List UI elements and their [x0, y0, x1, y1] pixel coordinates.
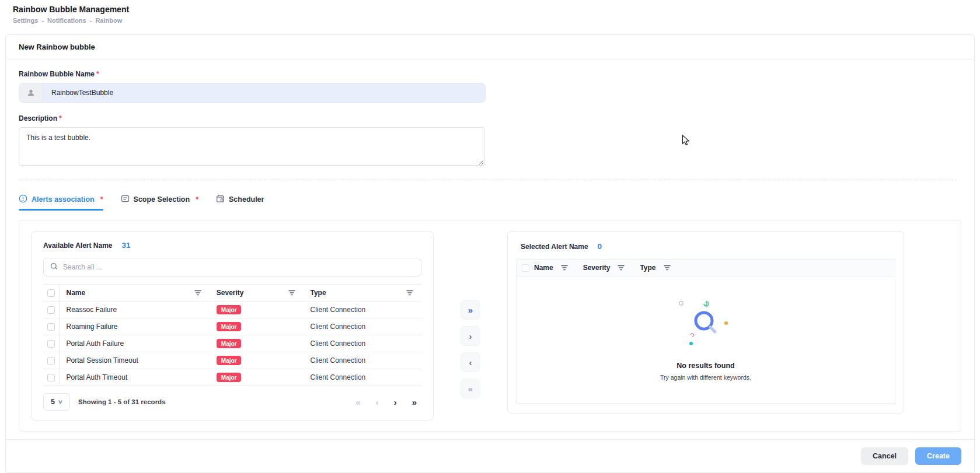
create-button[interactable]: Create	[915, 447, 961, 465]
table-row: Portal Auth Failure Major Client Connect…	[43, 335, 421, 352]
filter-icon[interactable]	[288, 290, 295, 296]
column-header-type: Type	[640, 264, 655, 272]
description-textarea[interactable]: This is a test bubble.	[19, 127, 484, 166]
bubble-name-input[interactable]	[43, 83, 485, 102]
calendar-icon	[216, 194, 225, 205]
alerts-association-panel: Available Alert Name 31 Name Severity	[19, 220, 961, 432]
scope-list-icon	[121, 194, 130, 205]
alert-name: Portal Session Timeout	[59, 352, 210, 369]
page-size-select[interactable]: 5 ∨	[43, 393, 70, 411]
tab-scheduler[interactable]: Scheduler	[216, 194, 264, 211]
prev-page-button[interactable]: ‹	[376, 397, 379, 407]
row-checkbox[interactable]	[47, 374, 55, 381]
required-asterisk: *	[96, 70, 99, 78]
filter-icon[interactable]	[406, 290, 413, 296]
breadcrumb-separator: -	[90, 17, 92, 24]
row-checkbox[interactable]	[47, 323, 55, 331]
select-all-checkbox[interactable]	[47, 289, 55, 297]
filter-icon[interactable]	[618, 265, 625, 271]
no-results-illustration	[662, 299, 749, 351]
available-count: 31	[122, 241, 131, 250]
move-all-left-button[interactable]: «	[461, 379, 480, 398]
tab-label: Scope Selection	[134, 195, 190, 204]
tab-bar: Alerts association * Scope Selection * S…	[19, 194, 961, 211]
alert-name: Portal Auth Failure	[59, 335, 210, 352]
row-checkbox[interactable]	[47, 306, 55, 314]
table-row: Reassoc Failure Major Client Connection	[43, 302, 421, 318]
move-right-button[interactable]: ›	[461, 326, 480, 346]
active-tab-underline	[19, 209, 103, 211]
severity-badge: Major	[217, 305, 242, 314]
table-row: Roaming Failure Major Client Connection	[43, 318, 421, 335]
form-footer: Cancel Create	[6, 439, 974, 472]
severity-badge: Major	[217, 339, 242, 348]
pagination-summary: Showing 1 - 5 of 31 records	[78, 398, 166, 405]
page-title: Rainbow Bubble Management	[13, 5, 967, 14]
available-alerts-table: Name Severity Type Reassoc Failure Major…	[43, 284, 421, 386]
required-asterisk: *	[59, 114, 62, 122]
alert-name: Roaming Failure	[59, 318, 210, 335]
select-all-checkbox[interactable]	[522, 264, 529, 272]
breadcrumb-item-notifications[interactable]: Notifications	[47, 17, 86, 24]
move-left-button[interactable]: ‹	[461, 352, 480, 372]
tab-label: Alerts association	[32, 195, 95, 204]
pagination-bar: 5 ∨ Showing 1 - 5 of 31 records « ‹ › »	[43, 393, 421, 411]
row-checkbox[interactable]	[47, 357, 55, 365]
breadcrumb-item-settings[interactable]: Settings	[13, 17, 38, 24]
search-icon	[50, 262, 58, 272]
selected-alerts-panel: Selected Alert Name 0 Name Severity Type	[507, 231, 904, 414]
next-page-button[interactable]: ›	[394, 397, 397, 407]
alert-type: Client Connection	[304, 352, 422, 369]
bubble-name-input-group	[19, 83, 486, 103]
row-checkbox[interactable]	[47, 340, 55, 348]
breadcrumb-item-rainbow[interactable]: Rainbow	[95, 17, 122, 24]
move-all-right-button[interactable]: »	[461, 300, 480, 320]
empty-state: No results found Try again with differen…	[516, 276, 895, 404]
alert-type: Client Connection	[304, 369, 422, 386]
cancel-button[interactable]: Cancel	[861, 447, 908, 465]
alert-type: Client Connection	[304, 302, 422, 318]
filter-icon[interactable]	[561, 265, 568, 271]
last-page-button[interactable]: »	[412, 397, 417, 407]
transfer-buttons: » › ‹ «	[434, 231, 507, 398]
available-alerts-panel: Available Alert Name 31 Name Severity	[31, 231, 434, 421]
search-box	[43, 258, 421, 276]
selected-count: 0	[598, 242, 602, 251]
required-asterisk: *	[196, 195, 198, 204]
column-header-severity: Severity	[217, 289, 244, 297]
selected-panel-title: Selected Alert Name	[521, 243, 588, 251]
breadcrumb-separator: -	[41, 17, 44, 24]
card-body: Rainbow Bubble Name* Description* This i…	[6, 59, 974, 439]
alert-type: Client Connection	[304, 318, 422, 335]
table-header-row: Name Severity Type	[43, 285, 421, 302]
table-row: Portal Auth Timeout Major Client Connect…	[43, 369, 421, 386]
severity-badge: Major	[217, 322, 242, 331]
alert-type: Client Connection	[304, 335, 422, 352]
filter-icon[interactable]	[664, 265, 671, 271]
breadcrumb: Settings - Notifications - Rainbow	[13, 17, 967, 24]
column-header-type: Type	[311, 289, 326, 297]
tab-scope-selection[interactable]: Scope Selection *	[121, 194, 198, 211]
severity-badge: Major	[217, 373, 242, 382]
search-input[interactable]	[63, 263, 414, 271]
tab-alerts-association[interactable]: Alerts association *	[19, 194, 103, 211]
new-rainbow-bubble-card: New Rainbow bubble Rainbow Bubble Name* …	[5, 34, 975, 473]
empty-state-subtitle: Try again with different keywords.	[660, 374, 751, 381]
column-header-severity: Severity	[583, 264, 611, 272]
column-header-name: Name	[534, 264, 553, 272]
filter-icon[interactable]	[194, 290, 201, 296]
alert-name: Portal Auth Timeout	[59, 369, 210, 386]
tab-label: Scheduler	[229, 195, 264, 204]
first-page-button[interactable]: «	[355, 397, 360, 407]
chevron-down-icon: ∨	[58, 399, 63, 405]
column-header-name: Name	[67, 289, 86, 297]
selected-table-header: Name Severity Type	[516, 259, 895, 276]
alert-circle-icon	[19, 194, 27, 205]
table-row: Portal Session Timeout Major Client Conn…	[43, 352, 421, 369]
user-icon	[19, 83, 43, 102]
description-field-label: Description*	[19, 114, 961, 122]
empty-state-title: No results found	[676, 362, 734, 370]
page-header: Rainbow Bubble Management Settings - Not…	[0, 0, 980, 27]
severity-badge: Major	[217, 356, 242, 365]
card-title: New Rainbow bubble	[6, 35, 974, 59]
